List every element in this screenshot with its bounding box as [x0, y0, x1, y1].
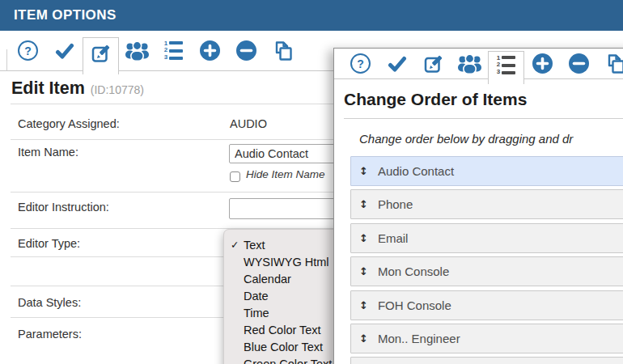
category-assigned-label: Category Assigned: — [18, 117, 120, 130]
drag-handle-icon[interactable]: ↕ — [359, 198, 368, 210]
item-id: (ID:10778) — [91, 83, 144, 96]
dialog-remove-item-button[interactable] — [561, 49, 597, 79]
checkmark-icon — [388, 54, 407, 74]
menu-option-wysiwyg[interactable]: WYSIWYG Html — [224, 253, 344, 270]
app-window: ITEM OPTIONS ? 123 — [0, 0, 623, 364]
plus-circle-icon — [199, 40, 221, 61]
drag-handle-icon[interactable]: ↕ — [359, 332, 368, 345]
drag-handle-icon[interactable]: ↕ — [359, 265, 368, 277]
item-name-label: Item Name: — [18, 146, 78, 159]
users-button[interactable] — [119, 31, 155, 70]
dialog-order-items-tab[interactable]: 123 — [488, 51, 524, 84]
order-item-foh-console[interactable]: ↕ FOH Console — [350, 290, 623, 320]
menu-option-green-color-text[interactable]: Green Color Text — [224, 355, 344, 364]
change-order-dialog: ? 123 — [333, 48, 623, 364]
order-item-email[interactable]: ↕ Email — [350, 223, 623, 253]
data-styles-label: Data Styles: — [18, 296, 81, 309]
order-item-phone[interactable]: ↕ Phone — [350, 189, 623, 219]
page-heading: Edit Item (ID:10778) — [11, 78, 144, 99]
minus-circle-icon — [235, 40, 257, 61]
dialog-toolbar: ? 123 — [334, 49, 623, 79]
drag-handle-icon[interactable]: ↕ — [359, 232, 368, 244]
help-button[interactable]: ? — [10, 31, 46, 70]
dialog-users-button[interactable] — [451, 49, 488, 79]
category-assigned-value: AUDIO — [230, 117, 267, 130]
hide-item-name-label: Hide Item Name — [246, 168, 325, 180]
menu-option-date[interactable]: Date — [224, 287, 344, 304]
ordered-list-icon: 123 — [497, 55, 515, 75]
dialog-edit-button[interactable] — [415, 49, 451, 79]
parameters-label: Parameters: — [18, 328, 82, 341]
order-item-audio-contact[interactable]: ↕ Audio Contact — [350, 156, 623, 186]
menu-option-time[interactable]: Time — [224, 304, 344, 321]
edit-tab[interactable] — [83, 37, 119, 74]
menu-option-red-color-text[interactable]: Red Color Text — [224, 321, 344, 338]
dialog-add-item-button[interactable] — [524, 49, 561, 79]
menu-option-calendar[interactable]: Calendar — [224, 270, 344, 287]
users-icon — [457, 53, 482, 74]
drag-handle-icon[interactable]: ↕ — [359, 165, 368, 177]
edit-icon — [423, 53, 444, 74]
remove-item-button[interactable] — [228, 31, 265, 70]
selected-check-icon: ✓ — [231, 239, 242, 251]
copy-item-button[interactable] — [265, 31, 301, 70]
minus-circle-icon — [568, 53, 590, 74]
dialog-copy-item-button[interactable] — [597, 49, 623, 79]
editor-type-menu: ✓ Text WYSIWYG Html Calendar Date Time R… — [223, 229, 345, 364]
page-title: Edit Item — [11, 78, 85, 99]
order-item-partial[interactable]: ↕ — [350, 357, 623, 364]
dialog-title: Change Order of Items — [344, 90, 527, 109]
window-title: ITEM OPTIONS — [14, 7, 117, 23]
dialog-instruction: Change order below by dragging and dr — [359, 132, 573, 146]
dialog-divider — [344, 118, 623, 119]
question-icon: ? — [18, 40, 38, 61]
drag-handle-icon[interactable]: ↕ — [359, 299, 368, 311]
order-items-button[interactable]: 123 — [155, 31, 192, 70]
confirm-button[interactable] — [46, 31, 83, 70]
users-icon — [125, 40, 150, 61]
copy-icon — [272, 40, 295, 62]
order-item-mon-engineer[interactable]: ↕ Mon.. Engineer — [350, 324, 623, 353]
copy-icon — [604, 53, 623, 75]
editor-instruction-label: Editor Instruction: — [18, 201, 109, 214]
dialog-help-button[interactable]: ? — [342, 49, 379, 79]
editor-type-label: Editor Type: — [18, 237, 80, 250]
hide-item-name-checkbox[interactable] — [230, 171, 240, 182]
menu-option-blue-color-text[interactable]: Blue Color Text — [224, 338, 344, 355]
plus-circle-icon — [532, 53, 553, 74]
window-header: ITEM OPTIONS — [0, 0, 623, 31]
add-item-button[interactable] — [192, 31, 228, 70]
order-list: ↕ Audio Contact ↕ Phone ↕ Email ↕ Mon Co… — [350, 156, 623, 364]
question-icon: ? — [350, 53, 371, 74]
ordered-list-icon: 123 — [164, 40, 183, 61]
edit-icon — [91, 43, 112, 64]
checkmark-icon — [55, 41, 74, 61]
tab-strip-edge — [6, 49, 7, 70]
dialog-confirm-button[interactable] — [379, 49, 415, 79]
menu-option-text[interactable]: ✓ Text — [224, 236, 344, 253]
order-item-mon-console[interactable]: ↕ Mon Console — [350, 256, 623, 286]
